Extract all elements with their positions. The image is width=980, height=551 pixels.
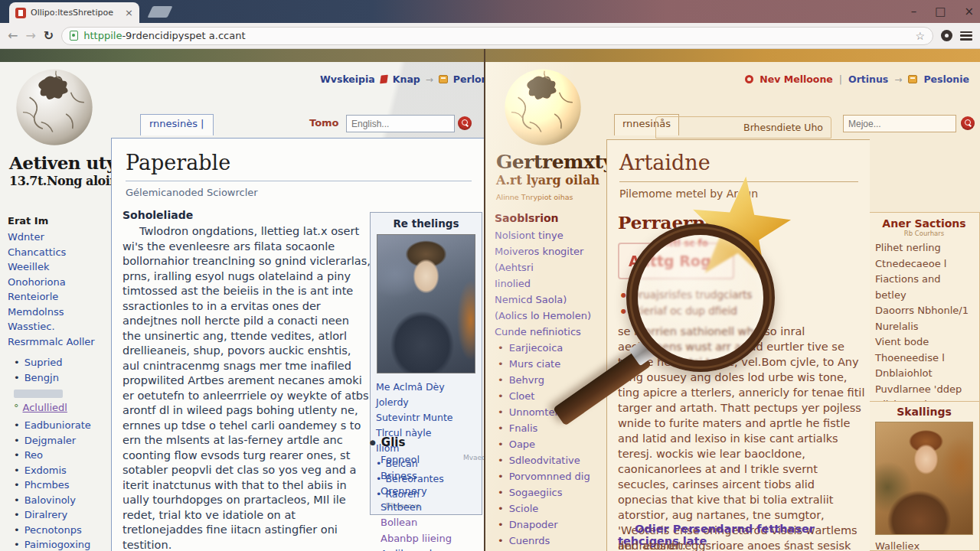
- right-personal-link-1[interactable]: Nev Melloone: [760, 73, 832, 85]
- sidebar-link[interactable]: Oape: [498, 436, 603, 452]
- right-personal-link-2[interactable]: Ortinus: [848, 73, 888, 85]
- sidebar-link[interactable]: Wasstiec.: [8, 319, 107, 334]
- sidebar-link[interactable]: Sogaegiics: [498, 484, 603, 500]
- right-sidebar-links: Nolsiont tinyeMoiveros knogiter(AehtsriI…: [495, 227, 603, 340]
- forward-button[interactable]: →: [25, 30, 35, 42]
- sidebar-link[interactable]: Sciole: [498, 500, 603, 517]
- right-personal-link-3[interactable]: Peslonie: [923, 73, 969, 85]
- sidebar-link[interactable]: (Aehtsri: [495, 259, 603, 276]
- glis-link[interactable]: Briness: [381, 468, 482, 484]
- sidebar-link[interactable]: Moiveros knogiter: [495, 243, 603, 259]
- browser-menu-icon[interactable]: [960, 31, 972, 41]
- bookmark-star-icon[interactable]: ☆: [915, 30, 925, 42]
- sidebar-link[interactable]: Earjiecoica: [498, 340, 603, 356]
- extension-gear-icon[interactable]: [941, 30, 952, 41]
- sidebar-link[interactable]: Memdolnss: [8, 305, 107, 320]
- right-search-button[interactable]: [961, 116, 975, 130]
- glis-link[interactable]: Bollean: [381, 515, 482, 531]
- sidebar-link[interactable]: Cunde nefiniotics: [495, 324, 603, 340]
- left-personal-link-2[interactable]: Knap: [393, 73, 420, 85]
- sidebar-link[interactable]: Balovinoly: [14, 493, 107, 508]
- sidebar-link[interactable]: Diralrery: [14, 507, 107, 523]
- sidebar-link[interactable]: Fnalis: [498, 420, 603, 436]
- right-article-title: Artaidne: [619, 151, 710, 174]
- sidebar-link[interactable]: Paimiogoxing: [14, 537, 107, 551]
- new-tab-button[interactable]: [148, 6, 173, 18]
- left-personal-link-1[interactable]: Wvskeipia: [320, 73, 375, 85]
- left-wiki-page: Wvskeipia Knap → Perlome: [0, 62, 484, 551]
- sidebar-link[interactable]: Phcmbes: [14, 478, 107, 493]
- glis-link[interactable]: Awlihnendner: [381, 546, 482, 551]
- glis-link[interactable]: Abanbp liieing: [381, 531, 482, 547]
- left-search-input[interactable]: [346, 115, 455, 132]
- sidebar-link[interactable]: Eadbuniorate: [14, 418, 107, 433]
- right-sidebar-bullets: EarjiecoicaMurs ciateBehvrgCloetUnnomten…: [498, 340, 603, 551]
- aner-link[interactable]: Nurelalis: [875, 319, 973, 335]
- page-divider: [484, 49, 485, 551]
- sidebar-link[interactable]: Sdleodvitative: [498, 452, 603, 468]
- sidebar-link[interactable]: Nemicd Saola): [495, 292, 603, 308]
- tab-title: Ollipo:ltesShretipoe: [31, 8, 120, 18]
- sidebar-link[interactable]: Onohoriona: [8, 275, 107, 290]
- left-globe-logo[interactable]: [12, 64, 96, 147]
- glis-link[interactable]: Shtbeen: [381, 500, 482, 516]
- right-globe-logo[interactable]: [501, 64, 585, 147]
- left-sidebar-special-link[interactable]: Aclulliedl: [14, 402, 107, 413]
- sidebar-link[interactable]: Exdomis: [14, 463, 107, 478]
- sidebar-link[interactable]: Iinolied: [495, 276, 603, 292]
- sidebar-link[interactable]: Cuenrds: [498, 533, 603, 549]
- sidebar-link[interactable]: Supried: [14, 355, 107, 370]
- window-close-button[interactable]: ×: [964, 6, 974, 18]
- aner-link[interactable]: Daoorrs Nbhonle/1: [875, 303, 973, 319]
- browser-tab-strip: Ollipo:ltesShretipoe × – □ ×: [0, 0, 980, 23]
- aner-link[interactable]: Thoeneedise l: [875, 350, 973, 367]
- sidebar-link[interactable]: Pecnotonps: [14, 523, 107, 538]
- window-maximize-button[interactable]: □: [935, 6, 946, 18]
- back-button[interactable]: ←: [8, 30, 18, 42]
- left-glis-section: Glis Mvaeo ▸ FonneolBrinessOrenneryShtbe…: [370, 435, 482, 551]
- sidebar-link[interactable]: Weeillek: [8, 259, 107, 275]
- left-sidebar-bullets-1: SupriedBengjn: [14, 355, 107, 385]
- left-tomo-link[interactable]: Tomo: [309, 117, 339, 129]
- infobox-link[interactable]: Me Aclmâ Dèy Jolerdy: [376, 380, 476, 410]
- aner-link[interactable]: Puvdlarnee 'ddep: [875, 382, 973, 398]
- sidebar-link[interactable]: Resrmmalc Aoller: [8, 334, 107, 350]
- browser-tab[interactable]: Ollipo:ltesShretipoe ×: [9, 2, 139, 23]
- sidebar-link[interactable]: Reo: [14, 448, 107, 463]
- sidebar-link[interactable]: Renteiorle: [8, 289, 107, 305]
- right-language-tab[interactable]: Brhesndiete Uho: [655, 116, 831, 139]
- infobox-title: Re thelings: [376, 217, 476, 230]
- left-sidebar-header: Erat Im: [8, 215, 107, 227]
- sidebar-link[interactable]: Porvomnned dig: [498, 468, 603, 484]
- aner-link[interactable]: Fiactions and betley: [875, 272, 973, 303]
- right-wordmark-line1: Gertremxty: [496, 151, 613, 173]
- sidebar-link[interactable]: Chancattics: [8, 245, 107, 260]
- tab-close-icon[interactable]: ×: [125, 7, 133, 18]
- sidebar-link[interactable]: Wdnter: [8, 230, 107, 245]
- glis-link[interactable]: Orennery: [381, 484, 482, 500]
- sidebar-link[interactable]: (Aolics lo Hemolen): [495, 308, 603, 324]
- infobox-link[interactable]: Sutevintr Munte: [376, 410, 476, 425]
- address-bar[interactable]: httppile-9rdencidipyspet a.ccant ☆: [61, 27, 933, 45]
- aner-link[interactable]: Ctnedecaeoe l: [875, 256, 973, 272]
- sidebar-link[interactable]: Dnapoder: [498, 517, 603, 533]
- aner-link[interactable]: Vient bode: [875, 334, 973, 350]
- glis-more-note[interactable]: Mvaeo ▸: [463, 454, 484, 461]
- sidebar-link[interactable]: Bengjn: [14, 370, 107, 386]
- arrow-icon: →: [426, 74, 433, 85]
- aner-link[interactable]: Plihet nerling: [875, 240, 973, 256]
- left-search-button[interactable]: [458, 116, 472, 130]
- left-personal-link-3[interactable]: Perlome: [453, 73, 484, 85]
- book-icon: [908, 75, 917, 83]
- sidebar-link[interactable]: Murs ciate: [498, 356, 603, 372]
- sidebar-link[interactable]: Dejgmaler: [14, 433, 107, 448]
- reload-button[interactable]: ↻: [44, 30, 54, 42]
- aner-link[interactable]: Dnblaiohlot: [875, 366, 973, 382]
- left-wordmark-line2: 13.7t.Nong aloin: [9, 174, 118, 188]
- window-minimize-button[interactable]: –: [911, 6, 917, 18]
- left-article-tab[interactable]: rnnesinès |: [140, 114, 214, 135]
- right-sidebar: Saoblsrion Nolsiont tinyeMoiveros knogit…: [495, 212, 603, 551]
- right-search-input[interactable]: [843, 115, 956, 132]
- url-text[interactable]: httppile-9rdencidipyspet a.ccant: [83, 30, 910, 41]
- sidebar-link[interactable]: Nolsiont tinye: [495, 227, 603, 243]
